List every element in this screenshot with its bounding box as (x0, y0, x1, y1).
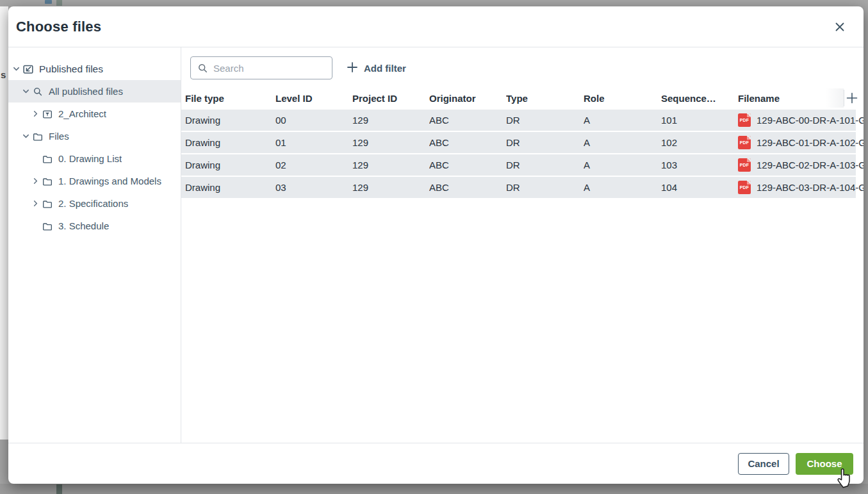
search-input[interactable] (213, 63, 325, 74)
cell-file-type: Drawing (185, 160, 275, 170)
cell-level-id: 02 (275, 160, 352, 170)
cell-file-type: Drawing (185, 182, 275, 193)
chevron-down-icon[interactable] (20, 87, 31, 95)
add-column-button[interactable] (844, 90, 860, 106)
folder-icon (31, 131, 44, 142)
background-scrollbar-fragment-top (56, 0, 62, 6)
cell-role: A (584, 182, 661, 193)
filename-text: 129-ABC-01-DR-A-102-GA (757, 137, 864, 148)
background-partial-text: s (1, 69, 6, 80)
tree-item-label: 0. Drawing List (58, 153, 122, 164)
chevron-down-icon[interactable] (11, 65, 21, 73)
dialog-title: Choose files (16, 19, 101, 35)
column-header-originator[interactable]: Originator (429, 93, 506, 104)
chevron-right-icon[interactable] (30, 199, 40, 208)
cell-originator: ABC (429, 182, 506, 193)
cell-type: DR (506, 137, 584, 148)
cell-filename: PDF129-ABC-00-DR-A-101-GA (738, 113, 864, 127)
background-scrollbar-fragment-bottom (56, 484, 62, 494)
dialog-header: Choose files (8, 6, 864, 47)
table-row[interactable]: Drawing01129ABCDRA102PDF129-ABC-01-DR-A-… (181, 132, 864, 153)
column-header-type[interactable]: Type (506, 93, 584, 104)
chevron-right-icon[interactable] (30, 177, 40, 185)
folder-icon (40, 220, 54, 232)
tree-item-label: 1. Drawings and Models (58, 176, 161, 186)
page-backdrop-bottom (0, 484, 868, 494)
cell-project-id: 129 (352, 182, 429, 193)
cell-type: DR (506, 182, 584, 193)
table-row[interactable]: Drawing00129ABCDRA101PDF129-ABC-00-DR-A-… (181, 110, 864, 131)
search-icon (197, 63, 208, 74)
cell-file-type: Drawing (185, 115, 275, 126)
tree-item-label: Files (49, 131, 69, 142)
cell-role: A (584, 115, 661, 126)
add-filter-label: Add filter (364, 63, 406, 74)
tree-item-label: 2. Specifications (58, 198, 128, 209)
filename-text: 129-ABC-03-DR-A-104-GA (757, 182, 864, 193)
column-header-project-id[interactable]: Project ID (352, 93, 429, 104)
cell-originator: ABC (429, 115, 506, 126)
cell-filename: PDF129-ABC-02-DR-A-103-GA (738, 158, 864, 172)
column-scroll-fade (826, 88, 844, 108)
cell-filename: PDF129-ABC-03-DR-A-104-GA (738, 181, 864, 194)
dialog-footer: Cancel Choose (8, 443, 864, 484)
tree-item-label: 2_Architect (58, 108, 106, 119)
cell-sequence: 101 (661, 115, 738, 126)
pdf-icon: PDF (738, 113, 751, 127)
dialog-body: Published filesAll published files2_Arch… (8, 47, 864, 443)
publish-icon (21, 63, 35, 76)
table-row[interactable]: Drawing02129ABCDRA103PDF129-ABC-02-DR-A-… (181, 154, 864, 176)
table-header-row: File typeLevel IDProject IDOriginatorTyp… (181, 88, 864, 108)
cell-level-id: 01 (275, 137, 352, 148)
filter-folder-icon (40, 108, 54, 120)
folder-tree-sidebar: Published filesAll published files2_Arch… (8, 47, 181, 443)
cell-sequence: 103 (661, 160, 738, 170)
tree-item-label: Published files (39, 63, 103, 75)
close-icon[interactable] (831, 19, 848, 35)
tree-item-2-specifications[interactable]: 2. Specifications (8, 192, 181, 215)
pdf-icon: PDF (738, 181, 751, 194)
cell-filename: PDF129-ABC-01-DR-A-102-GA (738, 136, 864, 149)
cell-role: A (584, 137, 661, 148)
search-input-container (190, 56, 332, 79)
column-header-sequence[interactable]: Sequence… (661, 93, 738, 104)
tree-item-label: 3. Schedule (58, 220, 109, 231)
tree-item-3-schedule[interactable]: 3. Schedule (8, 215, 181, 237)
cancel-button[interactable]: Cancel (738, 453, 789, 475)
cell-project-id: 129 (352, 137, 429, 148)
chevron-down-icon[interactable] (20, 132, 31, 140)
cell-originator: ABC (429, 160, 506, 170)
tree-item-published-files[interactable]: Published files (8, 58, 181, 80)
cell-file-type: Drawing (185, 137, 275, 148)
table-row[interactable]: Drawing03129ABCDRA104PDF129-ABC-03-DR-A-… (181, 177, 864, 198)
file-list-pane: Add filter File typeLevel IDProject IDOr… (181, 47, 864, 443)
choose-button[interactable]: Choose (796, 453, 853, 475)
file-table-body: Drawing00129ABCDRA101PDF129-ABC-00-DR-A-… (181, 110, 864, 443)
add-filter-button[interactable]: Add filter (347, 56, 406, 79)
column-header-file-type[interactable]: File type (185, 93, 275, 104)
chevron-right-icon[interactable] (30, 110, 40, 118)
cell-level-id: 03 (275, 182, 352, 193)
tree-item-0-drawing-list[interactable]: 0. Drawing List (8, 147, 181, 170)
pdf-icon: PDF (738, 158, 751, 172)
choose-files-dialog: Choose files Published filesAll publishe… (8, 6, 864, 484)
cell-project-id: 129 (352, 115, 429, 126)
tree-item-files[interactable]: Files (8, 125, 181, 147)
cell-project-id: 129 (352, 160, 429, 170)
tree-item-2-architect[interactable]: 2_Architect (8, 103, 181, 125)
cell-sequence: 104 (661, 182, 738, 193)
cell-type: DR (506, 160, 584, 170)
column-header-level-id[interactable]: Level ID (275, 93, 352, 104)
tree-item-1-drawings-and-models[interactable]: 1. Drawings and Models (8, 170, 181, 192)
background-fragment-icon (45, 0, 52, 4)
column-header-role[interactable]: Role (584, 93, 661, 104)
folder-icon (40, 153, 54, 165)
tree-item-all-published-files[interactable]: All published files (8, 80, 181, 103)
cell-type: DR (506, 115, 584, 126)
filename-text: 129-ABC-00-DR-A-101-GA (757, 115, 864, 126)
folder-icon (40, 176, 54, 187)
cell-originator: ABC (429, 137, 506, 148)
filename-text: 129-ABC-02-DR-A-103-GA (757, 160, 864, 170)
tree-item-label: All published files (49, 86, 123, 97)
plus-icon (347, 62, 358, 75)
